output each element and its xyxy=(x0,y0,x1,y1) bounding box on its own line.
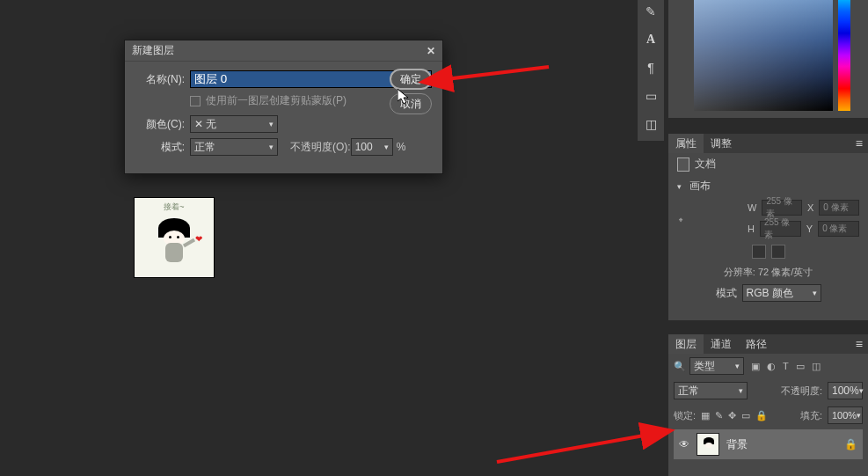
name-label: 名称(N): xyxy=(135,72,190,87)
layers-tabs: 图层 通道 路径 ≡ xyxy=(668,334,868,354)
chevron-down-icon: ▾ xyxy=(269,143,274,151)
tool-strip: ✎ A ¶ ▭ ◫ xyxy=(638,0,664,141)
tab-paths[interactable]: 路径 xyxy=(739,334,774,354)
filter-adjust-icon[interactable]: ◐ xyxy=(767,361,776,372)
colormode-select[interactable]: RGB 颜色 ▾ xyxy=(742,284,821,302)
doc-icon[interactable]: ▭ xyxy=(643,88,659,104)
portrait-button[interactable] xyxy=(752,245,766,259)
blend-select[interactable]: 正常 ▾ xyxy=(674,382,748,399)
chevron-down-icon: ▾ xyxy=(739,386,743,395)
dialog-title: 新建图层 xyxy=(132,43,174,58)
mode-select[interactable]: 正常 ▾ xyxy=(190,138,278,156)
tab-channels[interactable]: 通道 xyxy=(704,334,739,354)
height-input[interactable]: 255 像素 xyxy=(760,221,801,237)
clip-label: 使用前一图层创建剪贴蒙版(P) xyxy=(206,93,346,108)
lock-all-icon[interactable]: 🔒 xyxy=(755,410,768,421)
properties-panel: 文档 ▾ 画布 W 255 像素 X 0 像素 H 255 像素 Y 0 像素 … xyxy=(668,153,868,320)
filter-type-icon[interactable]: T xyxy=(783,361,789,372)
layers-panel: 🔍 类型 ▾ ▣ ◐ T ▭ ◫ 正常 ▾ 不透明度: 100%▾ 锁定: ▦ … xyxy=(668,354,868,476)
canvas-document[interactable]: 接着~ ❤ xyxy=(134,197,215,278)
type-tool-icon[interactable]: A xyxy=(643,32,659,48)
opacity-input[interactable]: 100 ▾ xyxy=(351,138,393,156)
opacity-label: 不透明度(O): xyxy=(290,140,351,155)
layer-opacity-input[interactable]: 100%▾ xyxy=(828,382,863,399)
tab-properties[interactable]: 属性 xyxy=(668,134,704,153)
doc-label: 文档 xyxy=(695,157,716,172)
resolution-label: 分辨率: 72 像素/英寸 xyxy=(668,264,868,281)
canvas-area: 新建图层 ✕ 名称(N): 使用前一图层创建剪贴蒙版(P) 颜色(C): ✕ 无… xyxy=(0,0,633,476)
visibility-icon[interactable]: 👁 xyxy=(679,438,689,450)
cancel-button[interactable]: 取消 xyxy=(390,93,432,114)
collapse-icon[interactable]: ≡ xyxy=(850,136,868,150)
pen-tool-icon[interactable]: ✎ xyxy=(643,4,659,19)
properties-tabs: 属性 调整 ≡ xyxy=(668,134,868,153)
layer-thumbnail[interactable] xyxy=(697,433,719,456)
filter-smart-icon[interactable]: ◫ xyxy=(812,361,821,372)
layer-row-background[interactable]: 👁 背景 🔒 xyxy=(674,429,863,459)
color-select[interactable]: ✕ 无 ▾ xyxy=(190,115,278,133)
orientation-buttons xyxy=(668,245,868,259)
tab-adjust[interactable]: 调整 xyxy=(704,134,739,153)
ok-button[interactable]: 确定 xyxy=(390,69,432,90)
document-icon xyxy=(677,157,689,172)
colormode-label: 模式 xyxy=(716,286,737,301)
canvas-section[interactable]: ▾ 画布 xyxy=(668,175,868,197)
mode-label: 模式: xyxy=(135,140,190,155)
lock-position-icon[interactable]: ✥ xyxy=(728,410,736,421)
color-field[interactable] xyxy=(694,0,833,111)
filter-select[interactable]: 类型 ▾ xyxy=(689,357,744,375)
opacity-unit: % xyxy=(397,141,406,153)
cartoon-girl: ❤ xyxy=(148,215,201,273)
hue-slider[interactable] xyxy=(838,0,850,111)
lock-pixels-icon[interactable]: ▦ xyxy=(701,410,710,421)
layer-name: 背景 xyxy=(726,437,748,452)
filter-image-icon[interactable]: ▣ xyxy=(751,361,760,372)
dialog-titlebar[interactable]: 新建图层 ✕ xyxy=(125,40,442,62)
width-input[interactable]: 255 像素 xyxy=(762,200,802,216)
new-layer-dialog: 新建图层 ✕ 名称(N): 使用前一图层创建剪贴蒙版(P) 颜色(C): ✕ 无… xyxy=(124,40,443,174)
chevron-down-icon: ▾ xyxy=(735,362,740,370)
y-input[interactable]: 0 像素 xyxy=(818,221,859,237)
paragraph-icon[interactable]: ¶ xyxy=(643,60,659,76)
chevron-down-icon: ▾ xyxy=(269,120,274,128)
close-icon[interactable]: ✕ xyxy=(427,45,435,57)
lock-artboard-icon[interactable]: ▭ xyxy=(741,410,750,421)
tab-layers[interactable]: 图层 xyxy=(668,334,704,354)
filter-icons: ▣ ◐ T ▭ ◫ xyxy=(751,361,821,372)
filter-shape-icon[interactable]: ▭ xyxy=(796,361,805,372)
landscape-button[interactable] xyxy=(771,245,785,259)
chevron-down-icon: ▾ xyxy=(384,143,389,151)
fill-input[interactable]: 100%▾ xyxy=(828,406,863,424)
collapse-icon[interactable]: ≡ xyxy=(850,337,868,351)
link-icon[interactable]: 𝄌 xyxy=(679,216,682,228)
search-icon: 🔍 xyxy=(674,361,686,372)
clip-checkbox[interactable] xyxy=(190,96,201,106)
lock-icon[interactable]: 🔒 xyxy=(844,438,857,450)
lock-brush-icon[interactable]: ✎ xyxy=(715,410,723,421)
thumb-caption: 接着~ xyxy=(138,201,210,213)
frame-icon[interactable]: ◫ xyxy=(643,116,659,132)
chevron-down-icon: ▾ xyxy=(813,289,817,297)
x-input[interactable]: 0 像素 xyxy=(819,200,859,216)
color-label: 颜色(C): xyxy=(135,117,190,132)
twirl-down-icon: ▾ xyxy=(677,182,682,191)
